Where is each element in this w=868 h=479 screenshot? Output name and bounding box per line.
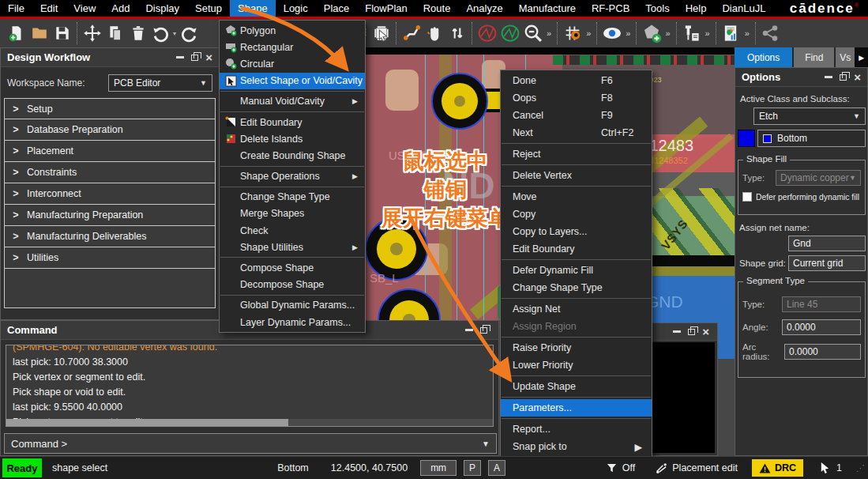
shape-menu-layer-dynamic-params[interactable]: Layer Dynamic Params... bbox=[220, 314, 365, 330]
a-button[interactable]: A bbox=[488, 460, 505, 476]
menu-display[interactable]: Display bbox=[137, 0, 187, 17]
toolbar-overflow-chevron[interactable]: » bbox=[705, 28, 710, 38]
menu-logic[interactable]: Logic bbox=[276, 0, 316, 17]
menu-help[interactable]: Help bbox=[678, 0, 715, 17]
shape-menu-merge-shapes[interactable]: Merge Shapes bbox=[220, 206, 365, 222]
float-icon[interactable] bbox=[480, 327, 487, 334]
pin-document-icon[interactable] bbox=[680, 21, 703, 45]
ctx-raise-priority[interactable]: Raise Priority bbox=[501, 339, 652, 356]
minimize-icon[interactable] bbox=[825, 76, 832, 78]
shape-menu-decompose-shape[interactable]: Decompose Shape bbox=[220, 277, 365, 293]
shape-menu-create-bounding[interactable]: Create Bounding Shape bbox=[220, 147, 365, 164]
ctx-snap-pick-to[interactable]: Snap pick to▶ bbox=[501, 438, 652, 455]
menu-shape[interactable]: Shape bbox=[230, 0, 276, 17]
float-icon[interactable] bbox=[840, 74, 847, 81]
ctx-update-shape[interactable]: Update Shape bbox=[501, 378, 652, 395]
net-name-field[interactable]: Gnd bbox=[788, 236, 866, 251]
tab-options[interactable]: Options bbox=[735, 47, 792, 67]
reports-icon[interactable] bbox=[720, 21, 742, 45]
close-icon[interactable]: × bbox=[205, 54, 212, 62]
minimize-icon[interactable] bbox=[465, 329, 473, 331]
menu-add[interactable]: Add bbox=[103, 0, 137, 17]
subclass-select[interactable]: Bottom bbox=[757, 130, 866, 147]
workflow-item-manufacturing-deliverables[interactable]: >Manufacturing Deliverables bbox=[4, 226, 216, 247]
shape-menu-delete-islands[interactable]: Delete Islands bbox=[220, 130, 365, 147]
class-color-swatch[interactable] bbox=[738, 130, 755, 147]
class-select[interactable]: Etch▼ bbox=[753, 107, 866, 125]
swap-layers-icon[interactable] bbox=[445, 21, 468, 45]
menu-dianlujl[interactable]: DianLuJL bbox=[714, 0, 773, 17]
toolbar-overflow-chevron[interactable]: » bbox=[665, 28, 670, 38]
float-icon[interactable] bbox=[191, 55, 198, 61]
shape-add-icon[interactable] bbox=[640, 21, 663, 45]
pan-hand-icon[interactable] bbox=[423, 21, 445, 45]
copy-icon[interactable] bbox=[103, 21, 126, 45]
shape-menu-polygon[interactable]: Polygon bbox=[220, 22, 365, 39]
unrats-net-icon[interactable] bbox=[475, 21, 498, 45]
ctx-edit-boundary[interactable]: Edit Boundary bbox=[501, 240, 652, 258]
log-hscrollbar[interactable] bbox=[6, 419, 493, 426]
shape-menu-change-shape-type[interactable]: Change Shape Type bbox=[220, 189, 365, 206]
command-input[interactable]: Command > ▼ bbox=[4, 433, 497, 454]
shape-menu-manual-void[interactable]: Manual Void/Cavity▶ bbox=[220, 93, 365, 110]
rats-net-icon[interactable] bbox=[498, 21, 521, 45]
toolbar-overflow-chevron[interactable]: » bbox=[586, 28, 591, 38]
shape-menu-shape-operations[interactable]: Shape Operations▶ bbox=[220, 168, 365, 185]
ctx-change-shape-type[interactable]: Change Shape Type bbox=[501, 279, 652, 296]
ctx-next[interactable]: NextCtrl+F2 bbox=[501, 124, 652, 141]
command-log[interactable]: (SPMHGE-604): No editable vertex was fou… bbox=[6, 345, 494, 427]
via-pad[interactable] bbox=[431, 73, 488, 130]
shape-menu-circular[interactable]: Circular bbox=[220, 55, 365, 72]
resize-grip[interactable]: ⋰ bbox=[856, 463, 865, 473]
workflow-item-utilities[interactable]: >Utilities bbox=[4, 247, 216, 269]
p-button[interactable]: P bbox=[464, 460, 481, 476]
ctx-lower-priority[interactable]: Lower Priority bbox=[501, 356, 652, 374]
angle-field[interactable]: 0.0000 bbox=[782, 319, 861, 335]
shape-menu-rectangular[interactable]: Rectangular bbox=[220, 39, 365, 55]
shape-grid-select[interactable]: Current grid bbox=[788, 255, 866, 271]
ctx-move[interactable]: Move bbox=[501, 188, 652, 206]
shape-menu-check[interactable]: Check bbox=[220, 222, 365, 239]
share-icon[interactable] bbox=[759, 21, 782, 45]
menu-view[interactable]: View bbox=[66, 0, 103, 17]
workflow-item-database-preparation[interactable]: >Database Preparation bbox=[4, 119, 216, 141]
workflow-item-setup[interactable]: >Setup bbox=[4, 98, 216, 119]
add-connect-icon[interactable] bbox=[400, 21, 423, 45]
menu-analyze[interactable]: Analyze bbox=[458, 0, 510, 17]
shape-menu-global-dynamic-params[interactable]: Global Dynamic Params... bbox=[220, 297, 365, 314]
toolbar-overflow-chevron[interactable]: » bbox=[547, 28, 551, 38]
menu-tools[interactable]: Tools bbox=[637, 0, 677, 17]
design-workflow-titlebar[interactable]: Design Workflow × bbox=[1, 48, 219, 67]
undo-icon[interactable] bbox=[149, 21, 172, 45]
ctx-copy-to-layers[interactable]: Copy to Layers... bbox=[501, 223, 652, 240]
grid-toggle-icon[interactable] bbox=[561, 21, 584, 45]
new-drawing-icon[interactable] bbox=[5, 21, 28, 45]
toolbar-overflow-chevron[interactable]: » bbox=[745, 28, 750, 38]
arc-radius-field[interactable]: 0.0000 bbox=[784, 344, 861, 360]
chevron-down-icon[interactable]: ▼ bbox=[482, 439, 490, 448]
close-icon[interactable]: × bbox=[854, 74, 861, 81]
zoom-out-icon[interactable] bbox=[521, 21, 544, 45]
menu-setup[interactable]: Setup bbox=[187, 0, 230, 17]
shape-menu-edit-boundary[interactable]: Edit Boundary bbox=[220, 114, 365, 130]
workflow-item-placement[interactable]: >Placement bbox=[4, 141, 216, 162]
ctx-parameters[interactable]: Parameters... bbox=[501, 399, 652, 417]
shape-menu-select-shape[interactable]: Select Shape or Void/Cavity bbox=[220, 73, 365, 89]
filter-status[interactable]: Off bbox=[606, 462, 635, 474]
drc-badge[interactable]: DRC bbox=[752, 459, 803, 477]
visibility-eye-icon[interactable] bbox=[600, 21, 623, 45]
minimize-icon[interactable] bbox=[673, 330, 681, 333]
save-icon[interactable] bbox=[51, 21, 73, 45]
tab-find[interactable]: Find bbox=[794, 47, 834, 67]
ctx-delete-vertex[interactable]: Delete Vertex bbox=[501, 167, 652, 184]
ctx-done[interactable]: DoneF6 bbox=[501, 72, 652, 89]
menu-place[interactable]: Place bbox=[316, 0, 358, 17]
workflow-item-manufacturing-preparation[interactable]: >Manufacturing Preparation bbox=[4, 205, 216, 226]
menu-route[interactable]: Route bbox=[415, 0, 459, 17]
open-drawing-icon[interactable] bbox=[28, 21, 51, 45]
workspace-name-select[interactable]: PCB Editor▼ bbox=[108, 74, 212, 92]
menu-manufacture[interactable]: Manufacture bbox=[511, 0, 584, 17]
ctx-copy[interactable]: Copy bbox=[501, 206, 652, 223]
ctx-defer-dynamic-fill[interactable]: Defer Dynamic Fill bbox=[501, 262, 652, 279]
defer-fill-checkbox[interactable] bbox=[742, 192, 752, 202]
